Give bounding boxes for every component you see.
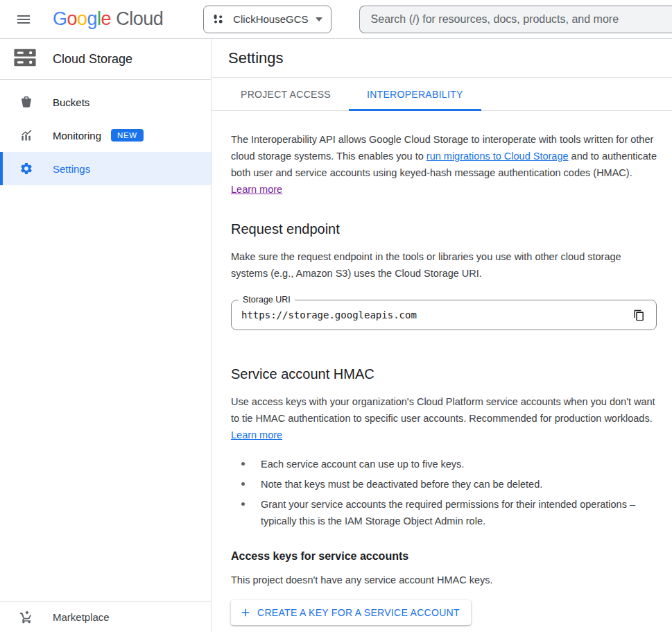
run-migrations-link[interactable]: run migrations to Cloud Storage [427,151,569,162]
search-bar[interactable] [359,6,672,33]
hamburger-menu-icon [15,11,32,28]
learn-more-link-interoperability[interactable]: Learn more [231,184,282,195]
list-item: Grant your service accounts the required… [231,496,657,529]
create-key-button-label: CREATE A KEY FOR A SERVICE ACCOUNT [257,607,460,618]
tab-panel-interoperability: The Interoperability API allows Google C… [212,131,672,625]
monitoring-chart-icon [19,128,33,142]
sidebar-nav: Buckets Monitoring NEW Settings [0,80,211,185]
storage-uri-label: Storage URI [239,295,295,305]
search-input[interactable] [371,13,671,26]
list-item: Each service account can use up to five … [231,456,657,472]
logo-letter: G [53,8,67,30]
sidebar-item-marketplace[interactable]: Marketplace [0,601,211,632]
sidebar-item-label: Monitoring [53,130,101,142]
project-name: ClickHouseGCS [233,13,308,25]
cloud-storage-product-icon [14,49,36,69]
request-endpoint-heading: Request endpoint [231,221,657,237]
plus-icon [239,606,252,619]
sidebar-item-settings[interactable]: Settings [0,152,211,185]
hmac-text: Use access keys with your organization's… [231,396,655,424]
sidebar-item-label: Marketplace [53,611,110,623]
service-account-hmac-paragraph: Use access keys with your organization's… [231,393,657,443]
sidebar-item-monitoring[interactable]: Monitoring NEW [0,119,211,152]
page-title: Settings [228,49,284,67]
main-content: Settings PROJECT ACCESS INTEROPERABILITY… [212,39,672,632]
intro-paragraph: The Interoperability API allows Google C… [231,131,657,198]
marketplace-cart-icon [19,610,33,624]
access-keys-empty-text: This project doesn't have any service ac… [231,572,657,588]
google-cloud-logo[interactable]: Google Cloud [53,8,163,30]
bucket-icon [19,95,33,109]
hamburger-menu-button[interactable] [10,6,37,33]
tab-interoperability[interactable]: INTEROPERABILITY [349,78,481,111]
gear-icon [19,162,33,176]
page-title-row: Settings [212,39,672,78]
logo-letter: e [101,8,112,30]
copy-icon [633,309,645,321]
sidebar-item-buckets[interactable]: Buckets [0,85,211,119]
request-endpoint-paragraph: Make sure the request endpoint in the to… [231,248,657,282]
chevron-down-icon [316,17,322,22]
sidebar: Cloud Storage Buckets Monitoring NEW [0,39,212,632]
copy-button[interactable] [630,307,648,324]
sidebar-item-label: Buckets [53,96,89,108]
list-item: Note that keys must be deactivated befor… [231,476,657,493]
project-icon [212,13,225,26]
sidebar-product-header: Cloud Storage [0,39,211,80]
new-badge: NEW [111,129,144,142]
logo-cloud-text: Cloud [116,8,163,30]
service-account-hmac-heading: Service account HMAC [231,366,657,382]
hmac-notes-list: Each service account can use up to five … [231,456,657,529]
tab-bar: PROJECT ACCESS INTEROPERABILITY [212,78,672,111]
storage-uri-field: Storage URI https://storage.googleapis.c… [231,300,657,330]
logo-letter: o [77,8,87,30]
project-selector-button[interactable]: ClickHouseGCS [203,6,331,33]
learn-more-link-hmac[interactable]: Learn more [231,429,282,441]
logo-letter: g [87,8,98,30]
logo-letter: o [67,8,78,30]
access-keys-heading: Access keys for service accounts [231,550,657,563]
tab-project-access[interactable]: PROJECT ACCESS [223,78,349,111]
storage-uri-value: https://storage.googleapis.com [232,309,630,321]
sidebar-item-label: Settings [53,163,90,175]
sidebar-product-title: Cloud Storage [53,52,132,67]
create-key-button[interactable]: CREATE A KEY FOR A SERVICE ACCOUNT [231,600,471,625]
top-app-bar: Google Cloud ClickHouseGCS [0,0,672,39]
